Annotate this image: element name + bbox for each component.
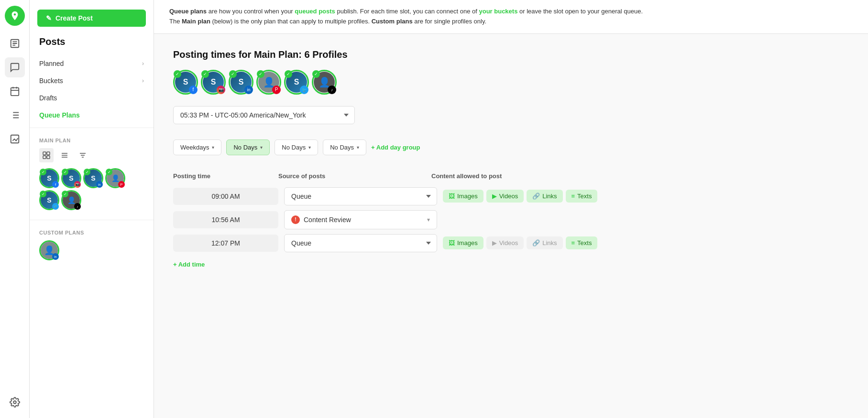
check-icon-lg-4: ✓ [257,70,264,78]
links-badge-3[interactable]: 🔗 Links [527,236,562,249]
links-badge-1[interactable]: 🔗 Links [527,190,562,203]
list-view-icon[interactable] [57,148,72,162]
add-day-group-link[interactable]: + Add day group [371,144,420,151]
queued-posts-link[interactable]: queued posts [295,8,335,15]
main-plan-profile-fb[interactable]: ✓ S f [39,168,59,188]
main-plan-profile-tk[interactable]: ✓ 👤 ♪ [61,190,81,210]
chevron-down-icon-4: ▾ [357,145,359,150]
tw-badge-lg: 🐦 [300,86,308,94]
sidebar-settings-icon[interactable] [5,392,25,412]
app-logo[interactable] [5,6,25,26]
sidebar-calendar-icon[interactable] [5,81,25,101]
day-weekdays-btn[interactable]: Weekdays ▾ [173,139,221,155]
day-nodays-1-btn[interactable]: No Days ▾ [226,139,270,155]
main-plan-section: MAIN PLAN ✓ S [30,132,154,216]
main-plan-profile-tw[interactable]: ✓ S 🐦 [39,190,59,210]
time-cell-3: 12:07 PM [173,235,278,252]
image-icon: 🖼 [449,193,455,200]
check-icon: ✓ [40,191,46,197]
main-plan-profile-pi[interactable]: ✓ 👤 P [105,168,125,188]
svg-rect-1 [11,88,19,96]
posting-table-header: Posting time Source of posts Content all… [173,169,849,183]
chevron-right-icon: › [142,77,144,84]
video-icon: ▶ [492,193,497,200]
linkedin-badge: in [96,181,103,188]
chevron-down-icon: ▾ [212,145,214,150]
source-cell-2: ! Content Review ▾ [284,210,437,229]
content-area: Posting times for Main Plan: 6 Profiles … [154,34,868,284]
check-icon-lg-5: ✓ [285,70,292,78]
add-time-link[interactable]: + Add time [173,261,205,268]
chevron-down-icon-3: ▾ [308,145,311,150]
filter-view-icon[interactable] [76,148,90,162]
images-badge-1[interactable]: 🖼 Images [443,190,483,203]
main-content: Queue plans are how you control when you… [154,0,868,418]
main-plan-profile-li[interactable]: ✓ S in [83,168,103,188]
custom-plans-label: CUSTOM PLANS [39,230,144,236]
posting-table: Posting time Source of posts Content all… [173,169,849,268]
profile-lg-pi[interactable]: ✓ 👤 P [256,70,281,95]
check-icon: ✓ [40,169,46,175]
profile-lg-tw[interactable]: ✓ S 🐦 [284,70,309,95]
profile-lg-tk[interactable]: ✓ 👤 ♪ [312,70,337,95]
pi-badge-lg: P [272,86,281,94]
texts-badge-1[interactable]: ≡ Texts [566,190,598,203]
nav-planned[interactable]: Planned › [30,55,154,72]
posting-time-header: Posting time [173,172,278,180]
videos-badge-3[interactable]: ▶ Videos [486,236,524,249]
custom-plan-profile-li[interactable]: 👤 in [39,240,59,260]
videos-badge-1[interactable]: ▶ Videos [486,190,524,203]
facebook-badge: f [52,181,59,188]
profile-lg-fb[interactable]: ✓ S f [173,70,198,95]
chevron-down-icon-2: ▾ [260,145,263,150]
timezone-select[interactable]: 05:33 PM - UTC-05:00 America/New_York [173,106,355,124]
create-post-button[interactable]: ✎ Create Post [37,10,146,27]
fb-badge-lg: f [189,86,198,94]
day-nodays-3-btn[interactable]: No Days ▾ [323,139,366,155]
svg-rect-16 [47,156,50,159]
nav-buckets[interactable]: Buckets › [30,72,154,89]
li-badge-lg: in [244,86,253,94]
time-cell-1: 09:00 AM [173,188,278,205]
profile-lg-ig[interactable]: ✓ S 📷 [201,70,226,95]
images-badge-3[interactable]: 🖼 Images [443,236,483,249]
profiles-row: ✓ S f ✓ S 📷 ✓ S in ✓ 👤 P ✓ S � [173,70,849,95]
sidebar-analytics-icon[interactable] [5,129,25,149]
texts-badge-3[interactable]: ≡ Texts [566,236,598,249]
check-icon-lg-2: ✓ [201,70,209,78]
nav-drafts[interactable]: Drafts [30,89,154,107]
check-icon-lg-3: ✓ [229,70,237,78]
source-select-1[interactable]: Queue [284,187,437,205]
source-select-3[interactable]: Queue [284,234,437,252]
custom-plans-bold: Custom plans [372,18,413,25]
source-header: Source of posts [278,172,431,180]
sidebar-posts-icon[interactable] [5,33,25,54]
sidebar-icons-panel [0,0,30,418]
main-plan-profiles: ✓ S f ✓ S 📷 ✓ S in ✓ 👤 P [39,168,144,210]
your-buckets-link[interactable]: your buckets [479,8,517,15]
tiktok-badge: ♪ [74,203,81,210]
pencil-icon: ✎ [46,14,52,22]
grid-view-icon[interactable] [39,148,54,162]
nav-queue-plans[interactable]: Queue Plans [30,107,154,124]
tk-badge-lg: ♪ [328,86,336,94]
sidebar-message-icon[interactable] [5,57,25,77]
text-icon: ≡ [571,193,575,200]
content-badges-1: 🖼 Images ▶ Videos 🔗 Links ≡ Texts [443,190,849,203]
profile-lg-li[interactable]: ✓ S in [229,70,253,95]
table-row: 09:00 AM Queue 🖼 Images ▶ Videos [173,187,849,205]
day-nodays-2-btn[interactable]: No Days ▾ [275,139,318,155]
instagram-badge: 📷 [74,181,81,188]
check-icon-lg: ✓ [174,70,181,78]
sidebar-queue-icon[interactable] [5,105,25,125]
main-plan-profile-ig[interactable]: ✓ S 📷 [61,168,81,188]
svg-rect-15 [43,156,46,159]
pinterest-badge: P [118,181,125,188]
image-icon-3: 🖼 [449,239,455,247]
link-icon-3: 🔗 [532,239,540,247]
nav-panel: ✎ Create Post Posts Planned › Buckets › … [30,0,154,418]
main-plan-label: MAIN PLAN [39,138,144,143]
chevron-right-icon: › [142,60,144,67]
ig-badge-lg: 📷 [217,86,225,94]
text-icon-3: ≡ [571,239,575,247]
